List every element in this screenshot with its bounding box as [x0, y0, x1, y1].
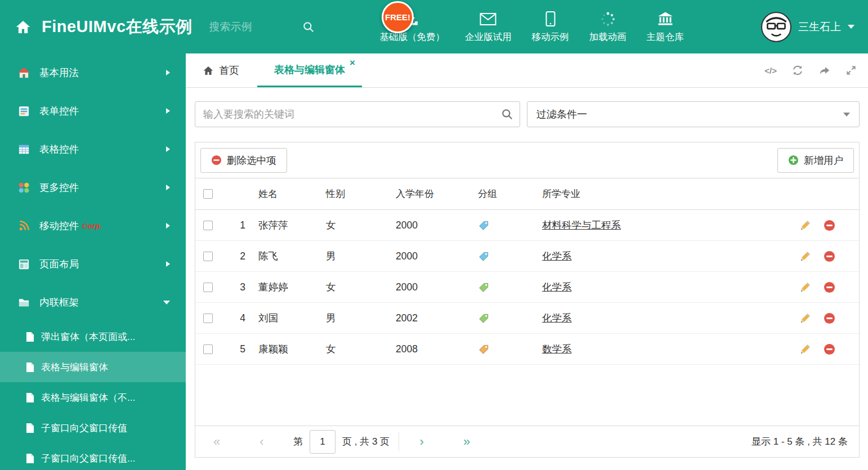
- cell-gender: 男: [326, 303, 396, 333]
- sidebar-item-label: 移动控件: [39, 219, 79, 232]
- cell-name: 董婷婷: [258, 272, 326, 302]
- sidebar-item-label: 内联框架: [39, 296, 79, 309]
- sidebar-item-page-layout[interactable]: 页面布局: [0, 245, 186, 283]
- keyword-search-box: [195, 101, 520, 127]
- cell-name: 康颖颖: [258, 334, 326, 364]
- tab-home[interactable]: 首页: [195, 53, 247, 87]
- edit-icon[interactable]: [800, 343, 811, 355]
- user-menu[interactable]: 三生石上: [761, 12, 854, 42]
- edit-icon[interactable]: [800, 281, 811, 293]
- chevron-right-icon: [166, 146, 170, 152]
- column-header-year[interactable]: 入学年份: [396, 178, 478, 209]
- cell-year: 2000: [396, 241, 478, 271]
- top-header: FineUIMvc在线示例 FREE! 基础版（免费） 企业版试用: [0, 0, 868, 53]
- nav-item-theme-repo[interactable]: 主题仓库: [647, 11, 684, 43]
- row-checkbox[interactable]: [203, 344, 213, 354]
- first-page-button[interactable]: «: [210, 436, 223, 448]
- table-row[interactable]: 5 康颖颖 女 2008 数学系: [195, 334, 859, 365]
- minus-circle-icon: [211, 155, 222, 165]
- last-page-button[interactable]: »: [460, 436, 473, 448]
- row-checkbox[interactable]: [203, 221, 213, 230]
- column-header-index: [227, 178, 258, 209]
- row-checkbox[interactable]: [203, 283, 213, 292]
- select-all-checkbox[interactable]: [203, 189, 213, 199]
- nav-item-enterprise-trial[interactable]: 企业版试用: [465, 11, 512, 43]
- maximize-icon[interactable]: [845, 65, 857, 76]
- pagination-bar: « ‹ 第 页 , 共 3 页 › » 显示 1 - 5 条 , 共 12 条: [195, 426, 859, 457]
- edit-icon[interactable]: [800, 312, 811, 324]
- add-user-label: 新增用户: [804, 154, 843, 167]
- row-checkbox[interactable]: [203, 314, 213, 323]
- column-header-group[interactable]: 分组: [478, 178, 542, 209]
- close-icon[interactable]: ×: [350, 58, 355, 68]
- page-label-suffix: 页 , 共 3 页: [342, 435, 390, 448]
- edit-icon[interactable]: [800, 220, 811, 231]
- table-row[interactable]: 1 张萍萍 女 2000 材料科学与工程系: [195, 210, 859, 241]
- nav-item-loading-animation[interactable]: 加载动画: [589, 11, 627, 43]
- sidebar-subitem-popup-window[interactable]: 弹出窗体（本页面或...: [0, 321, 186, 352]
- search-icon[interactable]: [302, 21, 315, 33]
- delete-icon[interactable]: [824, 250, 835, 262]
- table-row[interactable]: 3 董婷婷 女 2000 化学系: [195, 272, 859, 303]
- column-header-name[interactable]: 姓名: [258, 178, 326, 209]
- sidebar-item-inline-frame[interactable]: 内联框架: [0, 283, 186, 321]
- sidebar-subitem-child-to-parent[interactable]: 子窗口向父窗口传值: [0, 413, 186, 443]
- row-checkbox[interactable]: [203, 252, 213, 261]
- delete-icon[interactable]: [824, 343, 835, 355]
- open-new-window-icon[interactable]: [818, 64, 831, 77]
- nav-label: 主题仓库: [647, 31, 684, 43]
- nav-item-mobile-demo[interactable]: 移动示例: [532, 11, 569, 43]
- refresh-icon[interactable]: [791, 64, 804, 77]
- delete-selected-button[interactable]: 删除选中项: [200, 148, 287, 173]
- header-search-input[interactable]: [209, 21, 302, 33]
- table-header: 姓名 性别 入学年份 分组 所学专业: [195, 178, 859, 210]
- table-row[interactable]: 4 刘国 男 2002 化学系: [195, 303, 859, 334]
- column-header-major[interactable]: 所学专业: [542, 178, 780, 209]
- main-content: 首页 表格与编辑窗体 × </>: [186, 53, 868, 470]
- cell-gender: 男: [326, 241, 396, 271]
- home-icon[interactable]: [15, 19, 32, 35]
- edit-icon[interactable]: [800, 250, 811, 262]
- tab-grid-edit-window[interactable]: 表格与编辑窗体 ×: [257, 53, 362, 87]
- delete-icon[interactable]: [824, 281, 835, 293]
- header-search: [209, 21, 325, 33]
- prev-page-button[interactable]: ‹: [255, 436, 269, 448]
- keyword-search-input[interactable]: [195, 101, 520, 127]
- chevron-right-icon: [166, 108, 170, 114]
- next-page-button[interactable]: ›: [415, 436, 428, 448]
- page-number-input[interactable]: [310, 430, 335, 454]
- avatar[interactable]: [761, 12, 791, 42]
- row-number: 4: [227, 303, 258, 333]
- cell-year: 2000: [396, 272, 478, 302]
- table-row[interactable]: 2 陈飞 男 2000 化学系: [195, 241, 859, 272]
- chevron-right-icon: [166, 185, 170, 190]
- sidebar-item-label: 表格控件: [39, 142, 79, 156]
- corp-badge: Corp.: [82, 222, 102, 230]
- sidebar-item-mobile-controls[interactable]: 移动控件 Corp.: [0, 207, 186, 245]
- major-link[interactable]: 材料科学与工程系: [542, 218, 621, 232]
- sidebar-item-grid-controls[interactable]: 表格控件: [0, 130, 186, 168]
- column-header-actions: [780, 178, 859, 209]
- sidebar-subitem-child-to-parent-2[interactable]: 子窗口向父窗口传值...: [0, 443, 186, 470]
- sidebar-subitem-grid-edit-window[interactable]: 表格与编辑窗体: [0, 352, 186, 382]
- major-link[interactable]: 化学系: [542, 311, 572, 325]
- sidebar-item-basic-usage[interactable]: 基本用法: [0, 53, 186, 92]
- delete-icon[interactable]: [824, 312, 835, 324]
- delete-selected-label: 删除选中项: [227, 154, 276, 167]
- column-header-gender[interactable]: 性别: [326, 178, 396, 209]
- search-icon[interactable]: [501, 108, 513, 120]
- row-number: 2: [227, 241, 258, 271]
- grid-toolbar: 删除选中项 新增用户: [195, 142, 859, 178]
- major-link[interactable]: 数学系: [542, 342, 572, 356]
- sidebar-subitem-grid-edit-window-2[interactable]: 表格与编辑窗体（不...: [0, 382, 186, 413]
- mobile-icon: [545, 11, 556, 28]
- add-user-button[interactable]: 新增用户: [777, 148, 854, 173]
- source-code-icon[interactable]: </>: [764, 66, 777, 75]
- caret-down-icon: [843, 113, 850, 117]
- major-link[interactable]: 化学系: [542, 249, 572, 263]
- delete-icon[interactable]: [824, 220, 835, 231]
- sidebar-item-more-controls[interactable]: 更多控件: [0, 168, 186, 207]
- sidebar-item-form-controls[interactable]: 表单控件: [0, 92, 186, 130]
- major-link[interactable]: 化学系: [542, 280, 572, 294]
- filter-dropdown[interactable]: 过滤条件一: [527, 101, 860, 127]
